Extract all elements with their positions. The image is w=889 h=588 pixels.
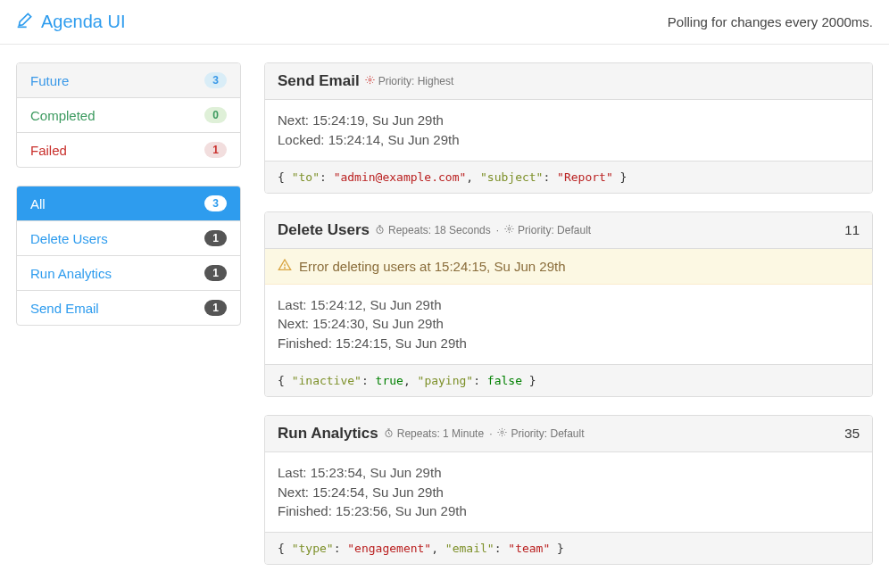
job-repeats: Repeats: 18 Seconds xyxy=(388,224,491,236)
job-title: Send Email xyxy=(278,72,360,90)
filter-label: Send Email xyxy=(30,301,99,316)
job-card: Run AnalyticsRepeats: 1 Minute·Priority:… xyxy=(264,415,873,565)
filter-label: All xyxy=(30,196,46,211)
job-times: Last: 15:24:12, Su Jun 29thNext: 15:24:3… xyxy=(265,285,872,364)
status-filter-group: Future3Completed0Failed1 xyxy=(16,62,241,168)
filter-count-badge: 1 xyxy=(204,265,227,281)
filter-label: Future xyxy=(30,73,69,88)
svg-point-5 xyxy=(502,431,504,434)
job-list: Send EmailPriority: HighestNext: 15:24:1… xyxy=(264,62,873,583)
job-header[interactable]: Delete UsersRepeats: 18 Seconds·Priority… xyxy=(265,212,872,249)
job-meta: Priority: Highest xyxy=(365,75,454,87)
gear-icon xyxy=(497,427,507,440)
job-repeats: Repeats: 1 Minute xyxy=(397,427,484,440)
stopwatch-icon xyxy=(384,428,394,438)
job-time-line: Locked: 15:24:14, Su Jun 29th xyxy=(278,130,860,150)
warning-icon xyxy=(278,258,292,275)
job-header[interactable]: Send EmailPriority: Highest xyxy=(265,63,872,100)
job-time-line: Next: 15:24:30, Su Jun 29th xyxy=(278,314,860,334)
job-times: Next: 15:24:19, Su Jun 29thLocked: 15:24… xyxy=(265,100,872,161)
pencil-square-icon xyxy=(16,11,34,33)
filter-count-badge: 1 xyxy=(204,300,227,316)
brand[interactable]: Agenda UI xyxy=(16,11,126,33)
job-header[interactable]: Run AnalyticsRepeats: 1 Minute·Priority:… xyxy=(265,416,872,452)
filter-job[interactable]: Run Analytics1 xyxy=(17,256,240,291)
filter-completed[interactable]: Completed0 xyxy=(17,98,240,133)
polling-status: Polling for changes every 2000ms. xyxy=(668,14,873,29)
gear-icon xyxy=(365,75,375,87)
job-time-line: Last: 15:23:54, Su Jun 29th xyxy=(278,463,860,483)
filter-all-jobs[interactable]: All3 xyxy=(17,186,240,221)
job-title: Delete Users xyxy=(278,221,370,239)
job-time-line: Finished: 15:24:15, Su Jun 29th xyxy=(278,334,860,353)
filter-label: Completed xyxy=(30,108,96,123)
filter-label: Failed xyxy=(30,143,67,158)
navbar: Agenda UI Polling for changes every 2000… xyxy=(0,0,889,45)
job-priority: Priority: Default xyxy=(518,224,591,236)
filter-job[interactable]: Delete Users1 xyxy=(17,221,240,256)
filter-count-badge: 1 xyxy=(204,230,227,246)
filter-count-badge: 3 xyxy=(204,72,227,88)
job-json: { "to": "admin@example.com", "subject": … xyxy=(265,161,872,193)
job-card: Delete UsersRepeats: 18 Seconds·Priority… xyxy=(264,211,873,397)
brand-text: Agenda UI xyxy=(41,12,126,32)
svg-point-0 xyxy=(369,79,371,81)
job-time-line: Next: 15:24:19, Su Jun 29th xyxy=(278,111,860,130)
job-meta: Repeats: 1 Minute·Priority: Default xyxy=(384,427,585,440)
job-priority: Priority: Default xyxy=(511,427,584,440)
filter-job[interactable]: Send Email1 xyxy=(17,291,240,325)
job-priority: Priority: Highest xyxy=(378,75,454,87)
filter-label: Delete Users xyxy=(30,231,108,246)
gear-icon xyxy=(504,224,514,236)
sidebar: Future3Completed0Failed1 All3Delete User… xyxy=(16,62,241,344)
filter-count-badge: 3 xyxy=(204,195,227,211)
job-json: { "type": "engagement", "email": "team" … xyxy=(265,532,872,564)
filter-failed[interactable]: Failed1 xyxy=(17,133,240,167)
job-title: Run Analytics xyxy=(278,425,378,443)
filter-label: Run Analytics xyxy=(30,266,112,281)
job-card: Send EmailPriority: HighestNext: 15:24:1… xyxy=(264,62,873,194)
job-error-alert: Error deleting users at 15:24:15, Su Jun… xyxy=(265,249,872,285)
stopwatch-icon xyxy=(375,225,385,235)
job-time-line: Next: 15:24:54, Su Jun 29th xyxy=(278,483,860,502)
job-time-line: Finished: 15:23:56, Su Jun 29th xyxy=(278,501,860,521)
job-filter-group: All3Delete Users1Run Analytics1Send Emai… xyxy=(16,186,241,326)
job-json: { "inactive": true, "paying": false } xyxy=(265,364,872,396)
filter-count-badge: 0 xyxy=(204,107,227,123)
job-meta: Repeats: 18 Seconds·Priority: Default xyxy=(375,224,591,236)
job-run-count: 11 xyxy=(844,222,860,237)
job-run-count: 35 xyxy=(844,426,860,441)
job-time-line: Last: 15:24:12, Su Jun 29th xyxy=(278,295,860,315)
job-error-text: Error deleting users at 15:24:15, Su Jun… xyxy=(299,259,566,274)
job-times: Last: 15:23:54, Su Jun 29thNext: 15:24:5… xyxy=(265,452,872,532)
svg-point-2 xyxy=(508,228,511,230)
svg-point-3 xyxy=(285,267,286,268)
filter-future[interactable]: Future3 xyxy=(17,63,240,98)
filter-count-badge: 1 xyxy=(204,142,227,158)
